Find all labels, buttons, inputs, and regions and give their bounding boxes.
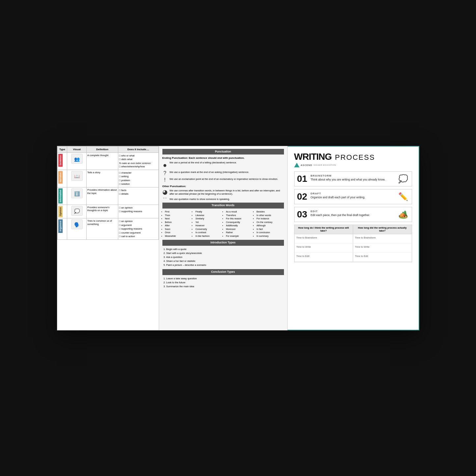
transitions-header: Transition Words <box>162 203 284 209</box>
list-item: setting <box>119 175 158 179</box>
punct-item-question: ? We use a question mark at the end of a… <box>162 171 284 176</box>
informative-icon: ℹ️ <box>71 188 83 198</box>
step-number-02: 02 <box>297 192 307 201</box>
step-desc-edit: Edit each piece, then put the final draf… <box>311 213 394 217</box>
table-row: Opinion 💭 Provides someone's thoughts on… <box>57 205 158 218</box>
includes-cell-informative: facts details <box>118 187 158 205</box>
brainstorm-icon: 💭 <box>398 174 409 183</box>
type-cell-informative: Informative <box>57 187 67 205</box>
draft-icon: ✏️ <box>398 192 409 201</box>
list-item: Before <box>165 221 192 224</box>
list-item: Conversely <box>195 228 223 231</box>
includes-cell-sentence: who or what did/s what To make an even b… <box>118 153 158 170</box>
quotes-symbol: " " <box>162 198 168 201</box>
introduction-list: Begin with a quote Start with a quick st… <box>162 247 284 267</box>
list-item: supporting reasons <box>119 210 158 213</box>
visual-cell-informative: ℹ️ <box>67 187 87 205</box>
timing-cell-write-actual: Time to Write <box>353 243 412 253</box>
list-item: Share a fun fact or statistic <box>166 259 284 263</box>
punctuation-header: Punctuation <box>162 149 284 155</box>
table-row: Argument 🗣️ Tries to convince us of some… <box>57 218 158 240</box>
period-text: We use a period at the end of a telling … <box>170 161 284 165</box>
punct-item-exclamation: ! We use an exclamation point at the end… <box>162 178 284 183</box>
list-item: After <box>165 224 192 228</box>
type-label-argument: Argument <box>58 219 63 233</box>
other-punctuation-header: Other Punctuation: <box>162 184 284 188</box>
ending-punctuation-label: Ending Punctuation: <box>162 156 188 159</box>
list-item: In summary <box>257 235 284 238</box>
list-item: In conclusion <box>257 231 284 235</box>
transition-col-1: First Then Next Before After Soon Once M… <box>162 210 192 238</box>
list-item: counter argument <box>119 231 158 235</box>
includes-cell-narrative: character setting problem solution <box>118 170 158 187</box>
list-item: facts <box>119 188 158 192</box>
list-item: Begin with a quote <box>166 247 284 251</box>
type-label-informative: Informative <box>58 188 63 204</box>
table-row: Informative ℹ️ Provides information abou… <box>57 187 158 205</box>
list-item: problem <box>119 179 158 182</box>
list-item: Similarly <box>195 217 223 221</box>
visual-cell-argument: 🗣️ <box>67 218 87 240</box>
list-item: argument <box>119 223 158 227</box>
list-item: For instance <box>257 217 284 221</box>
definition-cell-argument: Tries to convince us of something <box>86 218 118 240</box>
brand-name: ASCEND <box>301 164 313 166</box>
includes-cell-argument: an opinion argument supporting reasons c… <box>118 218 158 240</box>
panel-middle: Punctuation Ending Punctuation: Each sen… <box>159 146 288 330</box>
includes-list-informative: facts details <box>119 188 158 196</box>
writing-title: WRITING <box>294 152 332 162</box>
question-symbol: ? <box>162 171 168 176</box>
punct-item-quotes: " " We use quotation marks to show someo… <box>162 198 284 201</box>
step-content-brainstorm: BRAINSTORM Think about why you are writi… <box>311 174 394 182</box>
list-item: supporting reasons <box>119 227 158 231</box>
list-item: First <box>165 210 192 214</box>
list-item: Next <box>165 217 192 221</box>
timing-cell-brainstorm-estimate: Time to Brainstorm <box>294 234 353 243</box>
comma-text: We use commas after transition words, in… <box>170 189 284 196</box>
table-row: Narrative 📖 Tells a story character sett… <box>57 170 158 187</box>
list-item: Moreover <box>226 228 253 231</box>
list-item: For this reason <box>226 217 253 221</box>
period-symbol: ● <box>162 161 168 169</box>
list-item: On the contrary <box>257 221 284 224</box>
type-cell-argument: Argument <box>57 218 67 240</box>
col-header-definition: Definition <box>86 146 118 153</box>
panel-right: WRITING PROCESS ASCEND HIGHER EDUCATION … <box>288 146 419 330</box>
col-header-visual: Visual <box>67 146 87 153</box>
definition-cell-narrative: Tells a story <box>86 170 118 187</box>
list-item: Once <box>165 231 192 235</box>
list-item: Therefore <box>226 214 253 217</box>
list-item: Finally <box>195 210 223 214</box>
sentence-icon: 👥 <box>71 154 83 164</box>
ascend-logo-icon <box>294 163 299 167</box>
type-cell-sentence: Sentence <box>57 153 67 170</box>
conclusion-list: Leave a take away question Look to the f… <box>162 277 284 289</box>
step-content-draft: DRAFT Organize and draft each part of yo… <box>311 192 394 200</box>
includes-list-sentence-extra: when/where/why/how <box>119 165 158 169</box>
step-desc-draft: Organize and draft each part of your wri… <box>311 196 394 200</box>
process-step-edit: 03 EDIT Edit each piece, then put the fi… <box>294 207 412 222</box>
definition-cell-opinion: Provides someone's thoughts on a topic <box>86 205 118 218</box>
list-item: Paint a picture – describe a scenario <box>166 263 284 267</box>
writing-subtitle: PROCESS <box>335 153 375 162</box>
timing-cell-edit-actual: Time to Edit <box>353 253 412 262</box>
list-item: Although <box>257 224 284 228</box>
includes-cell-opinion: an opinion supporting reasons <box>118 205 158 218</box>
exclamation-text: We use an exclamation point at the end o… <box>170 178 284 181</box>
transition-grid: First Then Next Before After Soon Once M… <box>162 210 284 238</box>
transition-col-4: Besides In other words For instance On t… <box>254 210 284 238</box>
list-item: Meanwhile <box>165 235 192 238</box>
step-label-draft: DRAFT <box>311 192 394 195</box>
list-item: Soon <box>165 228 192 231</box>
list-item: Then <box>165 214 192 217</box>
type-cell-narrative: Narrative <box>57 170 67 187</box>
list-item: In contrast <box>195 231 223 235</box>
list-item: As a result <box>226 210 253 214</box>
writing-process-header: WRITING PROCESS ASCEND HIGHER EDUCATION <box>294 152 412 167</box>
document-container: Type Visual Definition Does It Include..… <box>57 146 419 330</box>
timing-cell-brainstorm-actual: Time to Brainstorm <box>353 234 412 243</box>
quotes-text: We use quotation marks to show someone i… <box>170 198 284 201</box>
list-item: an opinion <box>119 219 158 223</box>
timing-actual-header: How long did the writing process actuall… <box>353 225 412 235</box>
process-step-brainstorm: 01 BRAINSTORM Think about why you are wr… <box>294 171 412 186</box>
